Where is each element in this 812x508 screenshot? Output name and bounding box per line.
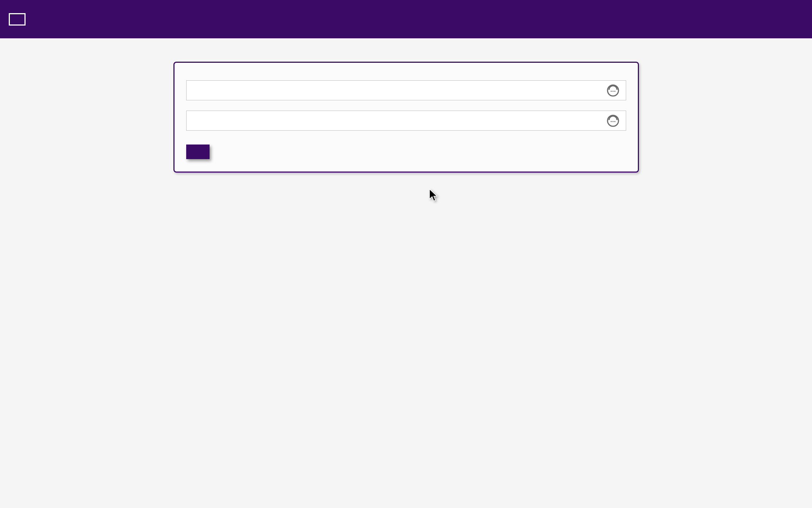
cursor-icon (429, 189, 439, 202)
password-field-group (186, 111, 626, 131)
svg-point-7 (614, 121, 615, 122)
header (0, 0, 812, 38)
svg-point-2 (612, 91, 613, 92)
password-input[interactable] (186, 111, 626, 131)
login-card (173, 62, 639, 173)
email-input[interactable] (186, 80, 626, 100)
svg-point-6 (612, 121, 613, 122)
password-manager-icon[interactable] (606, 114, 620, 127)
svg-point-4 (608, 115, 618, 126)
email-input-wrapper (186, 80, 626, 100)
svg-point-5 (610, 121, 612, 122)
svg-point-1 (610, 91, 612, 92)
app-logo[interactable] (9, 13, 26, 26)
svg-point-3 (614, 91, 615, 92)
email-field-group (186, 80, 626, 100)
login-button[interactable] (186, 145, 210, 159)
password-manager-icon[interactable] (606, 84, 620, 97)
svg-point-0 (608, 85, 618, 96)
password-input-wrapper (186, 111, 626, 131)
